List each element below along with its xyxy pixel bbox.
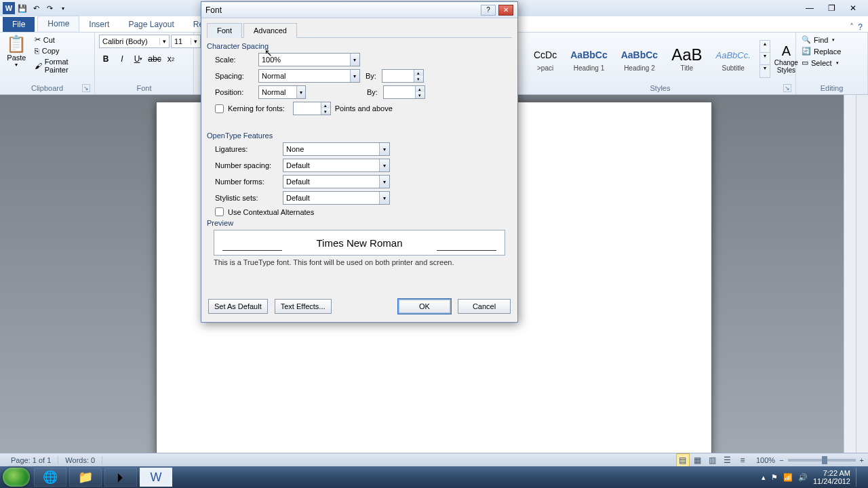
tab-file[interactable]: File — [3, 17, 35, 32]
tray-network-icon[interactable]: 📶 — [783, 473, 793, 482]
underline-button[interactable]: U▾ — [132, 52, 145, 66]
chevron-down-icon[interactable]: ▾ — [350, 70, 359, 82]
format-painter-button[interactable]: 🖌Format Painter — [33, 57, 90, 75]
show-desktop-button[interactable] — [856, 468, 861, 487]
zoom-in[interactable]: + — [860, 456, 864, 464]
clipboard-launcher[interactable]: ↘ — [82, 84, 90, 92]
chevron-down-icon[interactable]: ▾ — [296, 86, 305, 98]
qat-dropdown-icon[interactable]: ▾ — [57, 2, 69, 14]
styles-more[interactable]: ▾ — [760, 65, 770, 77]
paste-button[interactable]: 📋 Paste ▾ — [4, 35, 29, 68]
zoom-slider[interactable] — [788, 459, 856, 462]
copy-button[interactable]: ⎘Copy — [33, 46, 90, 56]
set-default-button[interactable]: Set As Default — [208, 299, 268, 314]
kerning-checkbox[interactable] — [215, 104, 224, 113]
styles-scroll-down[interactable]: ▾ — [760, 53, 770, 65]
up-icon[interactable]: ▴ — [414, 70, 423, 76]
status-page[interactable]: Page: 1 of 1 — [4, 456, 58, 464]
view-web[interactable]: ▥ — [706, 453, 719, 467]
tab-page-layout[interactable]: Page Layout — [119, 17, 183, 32]
dialog-help-button[interactable]: ? — [481, 5, 496, 16]
vertical-scrollbar[interactable] — [856, 95, 868, 453]
status-words[interactable]: Words: 0 — [58, 456, 102, 464]
position-by-input[interactable] — [384, 88, 415, 96]
chevron-down-icon[interactable]: ▾ — [350, 54, 359, 66]
up-icon[interactable]: ▴ — [321, 102, 330, 108]
spacing-by-spinner[interactable]: ▴▾ — [382, 69, 424, 83]
save-icon[interactable]: 💾 — [16, 2, 28, 14]
kerning-size-input[interactable] — [294, 104, 321, 113]
strikethrough-button[interactable]: abc — [148, 52, 161, 66]
taskbar-media[interactable]: ⏵ — [104, 468, 137, 487]
chevron-down-icon[interactable]: ▾ — [379, 192, 389, 204]
bold-button[interactable]: B — [99, 52, 113, 66]
position-by-spinner[interactable]: ▴▾ — [383, 85, 425, 99]
spacing-input[interactable] — [259, 72, 350, 80]
style-title[interactable]: AaBTitle — [667, 43, 707, 74]
start-button[interactable] — [3, 468, 30, 487]
dialog-close-button[interactable]: ✕ — [498, 5, 513, 16]
view-draft[interactable]: ≡ — [736, 453, 749, 467]
subscript-button[interactable]: x2 — [164, 52, 178, 66]
taskbar-word[interactable]: W — [140, 468, 172, 487]
ribbon-minimize-icon[interactable]: ˄ — [850, 22, 854, 32]
dialog-titlebar[interactable]: Font ? ✕ — [201, 2, 517, 18]
styles-launcher[interactable]: ↘ — [783, 84, 791, 92]
cut-button[interactable]: ✂Cut — [33, 35, 90, 45]
close-window-button[interactable]: ✕ — [845, 3, 861, 14]
style-heading1[interactable]: AaBbCcHeading 1 — [566, 43, 612, 74]
change-styles-button[interactable]: A Change Styles — [774, 43, 798, 74]
italic-button[interactable]: I — [115, 52, 129, 66]
view-outline[interactable]: ☰ — [721, 453, 734, 467]
text-effects-button[interactable]: Text Effects... — [275, 299, 332, 314]
find-button[interactable]: 🔍Find▾ — [800, 35, 842, 45]
tray-clock[interactable]: 7:22 AM 11/24/2012 — [813, 469, 850, 485]
stylistic-combo[interactable]: ▾ — [283, 191, 390, 205]
stylistic-input[interactable] — [283, 194, 379, 202]
select-button[interactable]: ▭Select▾ — [800, 58, 842, 68]
ligatures-input[interactable] — [283, 145, 379, 153]
minimize-button[interactable]: ― — [802, 3, 818, 14]
style-heading2[interactable]: AaBbCcHeading 2 — [616, 43, 663, 74]
zoom-out[interactable]: − — [779, 456, 783, 464]
ligatures-combo[interactable]: ▾ — [283, 142, 390, 156]
view-print-layout[interactable]: ▤ — [676, 453, 690, 467]
zoom-value[interactable]: 100% — [756, 456, 775, 464]
down-icon[interactable]: ▾ — [415, 92, 425, 98]
kerning-size-spinner[interactable]: ▴▾ — [293, 102, 331, 115]
tray-flag-icon[interactable]: ⚑ — [771, 473, 778, 482]
help-icon[interactable]: ? — [858, 22, 863, 32]
ok-button[interactable]: OK — [398, 299, 451, 314]
style-nospacing[interactable]: CcDc>paci — [529, 43, 561, 74]
position-combo[interactable]: ▾ — [258, 85, 306, 99]
scale-combo[interactable]: ▾ — [258, 53, 360, 66]
tab-home[interactable]: Home — [37, 16, 79, 32]
contextual-alternates-checkbox[interactable] — [215, 207, 224, 216]
cancel-button[interactable]: Cancel — [458, 299, 511, 314]
font-name-input[interactable] — [100, 37, 159, 45]
styles-scroll-up[interactable]: ▴ — [760, 41, 770, 53]
tray-show-hidden-icon[interactable]: ▴ — [762, 473, 766, 482]
down-icon[interactable]: ▾ — [321, 108, 330, 115]
tab-font-dialog[interactable]: Font — [207, 23, 242, 38]
tab-advanced[interactable]: Advanced — [243, 23, 297, 38]
redo-icon[interactable]: ↷ — [43, 2, 56, 14]
down-icon[interactable]: ▾ — [414, 76, 423, 82]
view-fullscreen[interactable]: ▦ — [691, 453, 705, 467]
numspacing-combo[interactable]: ▾ — [283, 159, 390, 172]
undo-icon[interactable]: ↶ — [30, 2, 42, 14]
numforms-input[interactable] — [283, 178, 379, 186]
spacing-by-input[interactable] — [382, 72, 414, 80]
replace-button[interactable]: 🔄Replace — [800, 46, 842, 56]
style-subtitle[interactable]: AaBbCc.Subtitle — [711, 43, 755, 74]
position-input[interactable] — [259, 88, 296, 96]
scale-input[interactable] — [259, 56, 350, 64]
chevron-down-icon[interactable]: ▾ — [379, 176, 389, 188]
restore-button[interactable]: ❐ — [823, 3, 840, 14]
up-icon[interactable]: ▴ — [415, 86, 425, 92]
taskbar-explorer[interactable]: 📁 — [69, 468, 102, 487]
numspacing-input[interactable] — [283, 161, 379, 169]
tray-volume-icon[interactable]: 🔊 — [798, 473, 808, 482]
font-name-combo[interactable]: ▾ — [99, 35, 170, 48]
chevron-down-icon[interactable]: ▾ — [379, 143, 389, 155]
